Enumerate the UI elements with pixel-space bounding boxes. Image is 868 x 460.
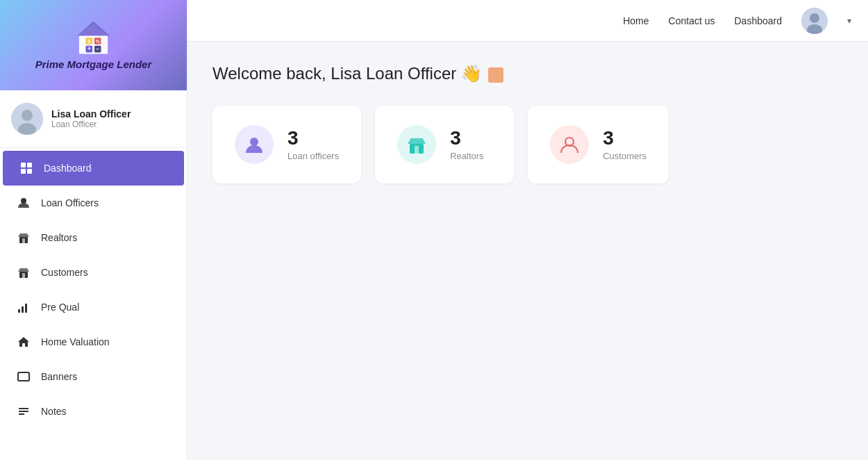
home-icon	[16, 334, 31, 350]
svg-point-17	[21, 198, 26, 204]
logo-area: $ % + − Prime Mortgage Lender	[0, 0, 187, 90]
svg-point-32	[810, 13, 819, 23]
topnav-contact-link[interactable]: Contact us	[669, 15, 715, 26]
sidebar-item-home-valuation-label: Home Valuation	[41, 336, 110, 347]
notes-icon	[16, 404, 31, 419]
stat-label-realtors: Realtors	[450, 151, 483, 161]
person-icon	[16, 195, 31, 211]
stat-number-customers: 3	[603, 128, 646, 149]
sidebar-item-dashboard[interactable]: Dashboard	[3, 151, 184, 186]
stat-card-realtors: 3 Realtors	[375, 106, 514, 183]
sidebar-item-home-valuation[interactable]: Home Valuation	[0, 325, 187, 359]
stat-number-realtors: 3	[450, 128, 483, 149]
svg-text:−: −	[96, 46, 99, 52]
user-name: Lisa Loan Officer	[51, 108, 131, 120]
stat-info-realtors: 3 Realtors	[450, 128, 483, 161]
sidebar-item-loan-officers[interactable]: Loan Officers	[0, 186, 187, 220]
svg-point-34	[250, 138, 258, 146]
stat-info-customers: 3 Customers	[603, 128, 646, 161]
sidebar-item-notes[interactable]: Notes	[0, 394, 187, 429]
page-body: Welcome back, Lisa Loan Officer 👋 3 Loan…	[187, 42, 868, 460]
sidebar: $ % + − Prime Mortgage Lender Lisa Loan …	[0, 0, 187, 460]
user-profile: Lisa Loan Officer Loan Officer	[0, 90, 187, 148]
sidebar-item-realtors-label: Realtors	[41, 232, 77, 243]
svg-rect-27	[18, 372, 29, 381]
topnav-dashboard-link[interactable]: Dashboard	[735, 15, 783, 26]
topnav: Home Contact us Dashboard ▾	[187, 0, 868, 42]
svg-text:$: $	[87, 38, 90, 44]
sidebar-item-pre-qual[interactable]: Pre Qual	[0, 290, 187, 325]
topnav-avatar[interactable]	[801, 8, 828, 34]
avatar	[11, 103, 43, 135]
grid-icon	[19, 161, 34, 176]
svg-point-11	[22, 110, 33, 121]
prequal-icon	[16, 299, 31, 315]
svg-rect-24	[25, 304, 27, 313]
svg-rect-14	[27, 163, 32, 167]
sidebar-item-notes-label: Notes	[41, 406, 67, 417]
sidebar-item-banners[interactable]: Banners	[0, 359, 187, 394]
svg-text:+: +	[87, 46, 91, 52]
person-stat-icon	[235, 125, 274, 164]
svg-rect-22	[18, 309, 20, 313]
svg-rect-16	[27, 169, 32, 174]
customers-icon	[16, 265, 31, 280]
logo-icon: $ % + −	[74, 19, 112, 58]
user-role: Loan Officer	[51, 120, 131, 129]
stat-info-loan-officers: 3 Loan officers	[287, 128, 339, 161]
svg-text:%: %	[96, 38, 100, 43]
svg-marker-26	[18, 337, 29, 347]
store-icon	[16, 230, 31, 245]
sidebar-item-banners-label: Banners	[41, 371, 77, 382]
main-content: Home Contact us Dashboard ▾ Welcome back…	[187, 0, 868, 460]
sidebar-item-dashboard-label: Dashboard	[44, 163, 92, 174]
customer-stat-icon	[550, 125, 589, 164]
svg-rect-19	[22, 238, 25, 243]
user-info: Lisa Loan Officer Loan Officer	[51, 108, 131, 129]
sidebar-item-customers-label: Customers	[41, 267, 88, 278]
store-stat-icon	[397, 125, 436, 164]
sidebar-item-customers[interactable]: Customers	[0, 255, 187, 290]
svg-rect-23	[22, 306, 24, 313]
stat-card-customers: 3 Customers	[528, 106, 669, 183]
sidebar-item-loan-officers-label: Loan Officers	[41, 197, 99, 208]
stat-label-loan-officers: Loan officers	[287, 151, 339, 161]
logo-text: Prime Mortgage Lender	[35, 58, 152, 72]
svg-marker-1	[77, 22, 110, 36]
stats-row: 3 Loan officers 3 Realtors	[212, 106, 843, 183]
sidebar-item-realtors[interactable]: Realtors	[0, 220, 187, 255]
stat-label-customers: Customers	[603, 151, 646, 161]
stat-card-loan-officers: 3 Loan officers	[212, 106, 361, 183]
banner-icon	[16, 369, 31, 384]
dropdown-arrow-icon[interactable]: ▾	[847, 16, 851, 26]
sidebar-item-prequal-label: Pre Qual	[41, 302, 79, 313]
nav-menu: Dashboard Loan Officers Realtors	[0, 148, 187, 460]
svg-rect-21	[22, 273, 25, 278]
svg-rect-15	[21, 169, 26, 174]
svg-rect-36	[415, 146, 419, 154]
welcome-heading: Welcome back, Lisa Loan Officer 👋	[212, 64, 843, 83]
svg-rect-13	[21, 163, 26, 167]
topnav-home-link[interactable]: Home	[623, 15, 649, 26]
stat-number-loan-officers: 3	[287, 128, 339, 149]
